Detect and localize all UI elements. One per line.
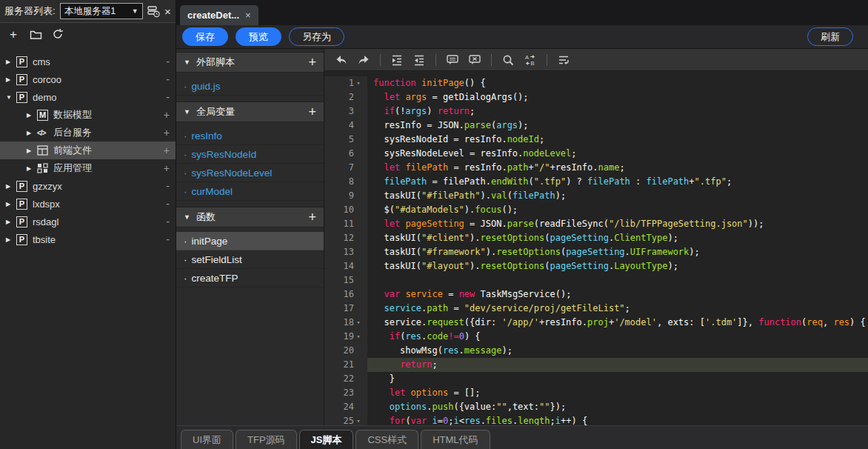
add-icon[interactable]: + bbox=[6, 27, 21, 41]
code-line-4[interactable]: 4 resInfo = JSON.parse(args); bbox=[324, 119, 868, 133]
tree-item-cms[interactable]: ▶Pcms- bbox=[0, 53, 176, 70]
outline-section-header[interactable]: ▼外部脚本+ bbox=[176, 52, 324, 73]
save-as-button[interactable]: 另存为 bbox=[289, 27, 344, 46]
refresh-icon[interactable] bbox=[50, 27, 65, 41]
tree-item-前端文件[interactable]: ▶前端文件+ bbox=[0, 142, 176, 159]
add-comment-icon[interactable] bbox=[443, 51, 462, 69]
outline-item-setFieldList[interactable]: setFieldList bbox=[176, 250, 324, 269]
save-button[interactable]: 保存 bbox=[182, 27, 228, 46]
chevron-right-icon[interactable]: ▶ bbox=[27, 147, 37, 154]
code-line-21[interactable]: 21 return; bbox=[324, 358, 868, 372]
outline-add-button[interactable]: + bbox=[308, 210, 316, 225]
outdent-icon[interactable] bbox=[410, 51, 429, 69]
code-line-13[interactable]: 13 taskUI("#framework").resetOptions(pag… bbox=[324, 245, 868, 259]
search-icon[interactable] bbox=[498, 51, 518, 69]
view-tab-HTML代码[interactable]: HTML代码 bbox=[421, 430, 490, 449]
tree-collapse-toggle[interactable]: + bbox=[161, 144, 170, 156]
code-line-22[interactable]: 22 } bbox=[324, 372, 868, 386]
chevron-right-icon[interactable]: ▶ bbox=[6, 76, 16, 83]
tree-collapse-toggle[interactable]: + bbox=[161, 127, 170, 139]
view-tab-TFP源码[interactable]: TFP源码 bbox=[236, 430, 297, 449]
outline-item-curModel[interactable]: curModel bbox=[176, 182, 324, 201]
fold-icon[interactable]: ▾ bbox=[354, 330, 363, 344]
tree-item-demo[interactable]: ▼Pdemo- bbox=[0, 88, 176, 106]
outline-item-sysResNodeId[interactable]: sysResNodeId bbox=[176, 145, 324, 164]
outline-item-initPage[interactable]: initPage bbox=[176, 232, 324, 250]
code-line-8[interactable]: 8 filePath = filePath.endWith(".tfp") ? … bbox=[324, 175, 868, 189]
chevron-right-icon[interactable]: ▶ bbox=[6, 219, 16, 225]
word-wrap-icon[interactable] bbox=[554, 51, 573, 69]
chevron-right-icon[interactable]: ▶ bbox=[27, 130, 37, 136]
tree-item-rsdagl[interactable]: ▶Prsdagl- bbox=[0, 213, 176, 230]
outline-item-sysResNodeLevel[interactable]: sysResNodeLevel bbox=[176, 164, 324, 182]
fold-icon[interactable]: ▾ bbox=[354, 76, 363, 90]
remove-comment-icon[interactable] bbox=[465, 51, 484, 69]
preview-button[interactable]: 预览 bbox=[236, 27, 281, 46]
code-line-12[interactable]: 12 taskUI("#client").resetOptions(pageSe… bbox=[324, 231, 868, 245]
tree-item-tbsite[interactable]: ▶Ptbsite- bbox=[0, 230, 176, 248]
code-line-3[interactable]: 3 if(!args) return; bbox=[324, 104, 868, 119]
code-line-25[interactable]: 25▾ for(var i=0;i<res.files.length;i++) … bbox=[324, 414, 868, 425]
outline-section-header[interactable]: ▼函数+ bbox=[176, 207, 324, 227]
tree-item-corcoo[interactable]: ▶Pcorcoo- bbox=[0, 70, 176, 88]
chevron-right-icon[interactable]: ▶ bbox=[6, 183, 16, 190]
tree-collapse-toggle[interactable]: - bbox=[161, 233, 170, 245]
tab-createdet[interactable]: createDet... × bbox=[180, 5, 258, 25]
fold-icon[interactable]: ▾ bbox=[354, 316, 363, 330]
tree-collapse-toggle[interactable]: + bbox=[161, 109, 170, 121]
tab-close-icon[interactable]: × bbox=[245, 10, 251, 21]
code-line-24[interactable]: 24 options.push({value:"",text:""}); bbox=[324, 400, 868, 414]
outline-item-createTFP[interactable]: createTFP bbox=[176, 269, 324, 287]
tree-item-后台服务[interactable]: ▶</>后台服务+ bbox=[0, 124, 176, 142]
tree-collapse-toggle[interactable]: - bbox=[161, 216, 170, 227]
close-icon[interactable]: × bbox=[164, 4, 171, 19]
code-line-6[interactable]: 6 sysResNodeLevel = resInfo.nodeLevel; bbox=[324, 147, 868, 161]
undo-icon[interactable] bbox=[332, 51, 351, 69]
code-line-18[interactable]: 18▾ service.request({dir: '/app/'+resInf… bbox=[324, 316, 868, 330]
outline-item-resInfo[interactable]: resInfo bbox=[176, 127, 324, 145]
chevron-right-icon[interactable]: ▶ bbox=[27, 165, 37, 172]
code-line-14[interactable]: 14 taskUI("#layout").resetOptions(pageSe… bbox=[324, 259, 868, 273]
tree-collapse-toggle[interactable]: - bbox=[161, 198, 170, 210]
chevron-right-icon[interactable]: ▶ bbox=[27, 112, 37, 119]
outline-add-button[interactable]: + bbox=[308, 104, 316, 120]
chevron-right-icon[interactable]: ▶ bbox=[6, 236, 16, 243]
code-line-16[interactable]: 16 var service = new TaskMsgService(); bbox=[324, 287, 868, 302]
code-line-20[interactable]: 20 showMsg(res.message); bbox=[324, 344, 868, 358]
code-line-5[interactable]: 5 sysResNodeId = resInfo.nodeId; bbox=[324, 133, 868, 147]
redo-icon[interactable] bbox=[354, 51, 373, 69]
indent-icon[interactable] bbox=[387, 51, 407, 69]
code-line-7[interactable]: 7 let filePath = resInfo.path+"/"+resInf… bbox=[324, 161, 868, 175]
server-history-icon[interactable] bbox=[147, 4, 160, 19]
code-text-area[interactable]: 1▾function initPage() {2 let args = getD… bbox=[324, 71, 868, 425]
chevron-right-icon[interactable]: ▶ bbox=[6, 201, 16, 207]
refresh-button[interactable]: 刷新 bbox=[807, 27, 853, 46]
replace-icon[interactable]: A B bbox=[521, 51, 540, 69]
chevron-right-icon[interactable]: ▶ bbox=[6, 59, 16, 65]
tree-item-lxdspx[interactable]: ▶Plxdspx- bbox=[0, 195, 176, 213]
code-line-9[interactable]: 9 taskUI("#filePath").val(filePath); bbox=[324, 189, 868, 203]
code-line-11[interactable]: 11 let pageSetting = JSON.parse(readFile… bbox=[324, 217, 868, 231]
code-line-19[interactable]: 19▾ if(res.code!=0) { bbox=[324, 330, 868, 344]
tree-item-gzxzyx[interactable]: ▶Pgzxzyx- bbox=[0, 177, 176, 195]
tree-item-应用管理[interactable]: ▶应用管理+ bbox=[0, 159, 176, 177]
outline-section-header[interactable]: ▼全局变量+ bbox=[176, 102, 324, 122]
code-line-2[interactable]: 2 let args = getDialogArgs(); bbox=[324, 90, 868, 104]
tree-collapse-toggle[interactable]: - bbox=[161, 73, 170, 85]
folder-icon[interactable] bbox=[28, 27, 43, 41]
server-select-dropdown[interactable]: 本地服务器1 ▼ bbox=[60, 3, 143, 19]
code-line-17[interactable]: 17 service.path = "dev/service/proj/getF… bbox=[324, 302, 868, 316]
code-line-23[interactable]: 23 let options = []; bbox=[324, 386, 868, 400]
view-tab-CSS样式[interactable]: CSS样式 bbox=[355, 430, 418, 449]
tree-collapse-toggle[interactable]: + bbox=[161, 162, 170, 174]
tree-collapse-toggle[interactable]: - bbox=[161, 56, 170, 67]
view-tab-JS脚本[interactable]: JS脚本 bbox=[299, 430, 354, 449]
view-tab-UI界面[interactable]: UI界面 bbox=[181, 430, 233, 449]
tree-collapse-toggle[interactable]: - bbox=[161, 180, 170, 192]
outline-item-guid.js[interactable]: guid.js bbox=[176, 77, 324, 96]
outline-add-button[interactable]: + bbox=[308, 55, 316, 70]
tree-collapse-toggle[interactable]: - bbox=[161, 91, 170, 103]
chevron-down-icon[interactable]: ▼ bbox=[6, 94, 16, 101]
code-line-1[interactable]: 1▾function initPage() { bbox=[324, 76, 868, 90]
code-line-15[interactable]: 15 bbox=[324, 273, 868, 287]
